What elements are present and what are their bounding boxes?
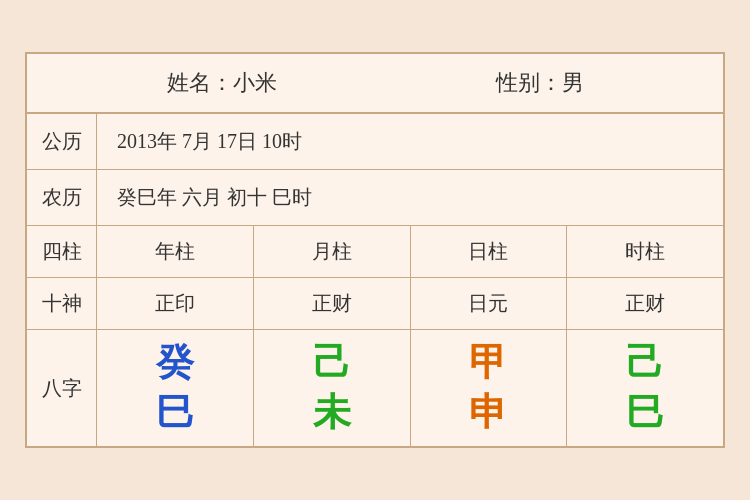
shishen-day: 日元	[411, 278, 568, 329]
shishen-month: 正财	[254, 278, 411, 329]
bazi-hour-top: 己	[626, 340, 664, 386]
bazi-day-top: 甲	[469, 340, 507, 386]
gender-label: 性别：男	[496, 68, 584, 98]
shishen-year: 正印	[97, 278, 254, 329]
bazi-month-cell: 己 未	[254, 330, 411, 445]
bazi-hour-cell: 己 巳	[567, 330, 723, 445]
name-label: 姓名：小米	[167, 68, 277, 98]
shishen-hour: 正财	[567, 278, 723, 329]
bazi-year-bottom: 巳	[156, 390, 194, 436]
lunar-label: 农历	[27, 170, 97, 225]
solar-value: 2013年 7月 17日 10时	[97, 114, 723, 169]
pillars-label: 四柱	[27, 226, 97, 277]
bazi-hour-bottom: 巳	[626, 390, 664, 436]
year-pillar: 年柱	[97, 226, 254, 277]
shishen-row: 十神 正印 正财 日元 正财	[27, 278, 723, 330]
bazi-year-cell: 癸 巳	[97, 330, 254, 445]
bazi-row: 八字 癸 巳 己 未 甲 申 己 巳	[27, 330, 723, 445]
lunar-value: 癸巳年 六月 初十 巳时	[97, 170, 723, 225]
solar-label: 公历	[27, 114, 97, 169]
bazi-year-top: 癸	[156, 340, 194, 386]
day-pillar: 日柱	[411, 226, 568, 277]
solar-row: 公历 2013年 7月 17日 10时	[27, 114, 723, 170]
month-pillar: 月柱	[254, 226, 411, 277]
bazi-day-cell: 甲 申	[411, 330, 568, 445]
hour-pillar: 时柱	[567, 226, 723, 277]
bazi-day-bottom: 申	[469, 390, 507, 436]
pillars-row: 四柱 年柱 月柱 日柱 时柱	[27, 226, 723, 278]
bazi-month-top: 己	[313, 340, 351, 386]
bazi-month-bottom: 未	[313, 390, 351, 436]
shishen-label: 十神	[27, 278, 97, 329]
bazi-label: 八字	[27, 330, 97, 445]
lunar-row: 农历 癸巳年 六月 初十 巳时	[27, 170, 723, 226]
header-row: 姓名：小米 性别：男	[27, 54, 723, 114]
main-container: 姓名：小米 性别：男 公历 2013年 7月 17日 10时 农历 癸巳年 六月…	[25, 52, 725, 447]
